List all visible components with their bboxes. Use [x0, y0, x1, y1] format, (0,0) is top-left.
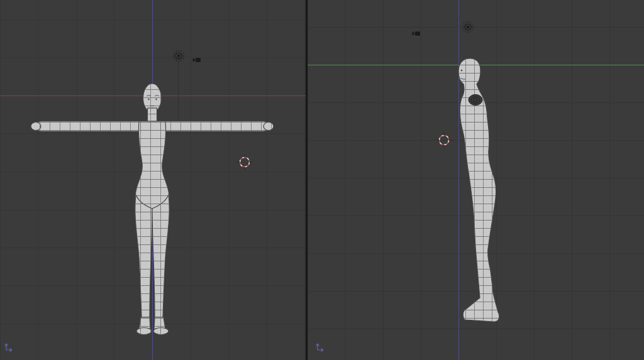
foreshortened-arm	[469, 95, 482, 106]
viewport-front[interactable]	[0, 0, 306, 360]
camera-icon[interactable]	[412, 30, 421, 37]
view-axis-gizmo	[314, 339, 328, 353]
blender-window	[0, 0, 644, 360]
3d-cursor-icon	[436, 132, 452, 148]
human-mesh-front[interactable]	[0, 0, 306, 360]
viewport-side[interactable]	[308, 0, 644, 360]
3d-cursor-icon	[236, 154, 253, 170]
camera-icon[interactable]	[192, 57, 201, 63]
view-axis-gizmo	[3, 339, 16, 353]
human-mesh-side[interactable]	[308, 0, 644, 360]
lamp-icon[interactable]	[172, 50, 185, 62]
lamp-icon[interactable]	[462, 21, 474, 33]
